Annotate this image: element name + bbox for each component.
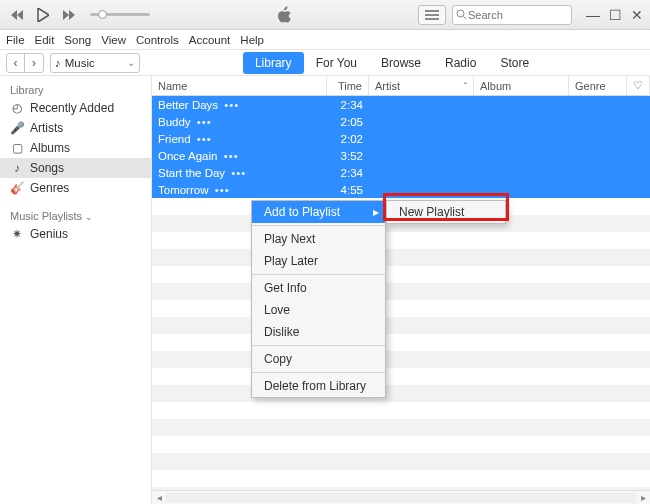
titlebar: — ☐ ✕ xyxy=(0,0,650,30)
table-row[interactable]: Buddy •••2:05 xyxy=(152,113,650,130)
song-time: 2:02 xyxy=(327,133,369,145)
sidebar-item-albums[interactable]: ▢ Albums xyxy=(0,138,151,158)
col-time[interactable]: Time xyxy=(327,76,369,95)
more-icon[interactable]: ••• xyxy=(210,184,229,196)
sidebar-item-label: Genius xyxy=(30,227,68,241)
minimize-button[interactable]: — xyxy=(586,7,600,23)
apple-logo xyxy=(150,6,418,24)
menu-add-to-playlist[interactable]: Add to Playlist▸ xyxy=(252,201,385,223)
menu-delete-from-library[interactable]: Delete from Library xyxy=(252,375,385,397)
source-label: Music xyxy=(65,57,95,69)
submenu-new-playlist[interactable]: New Playlist xyxy=(387,201,505,223)
song-time: 4:55 xyxy=(327,184,369,196)
song-time: 3:52 xyxy=(327,150,369,162)
mic-icon: 🎤 xyxy=(10,121,24,135)
sidebar: Library ◴ Recently Added 🎤 Artists ▢ Alb… xyxy=(0,76,152,504)
menu-play-next[interactable]: Play Next xyxy=(252,228,385,250)
menu-controls[interactable]: Controls xyxy=(136,34,179,46)
volume-slider[interactable] xyxy=(90,13,150,16)
nav-back-button[interactable]: ‹ xyxy=(7,54,25,72)
maximize-button[interactable]: ☐ xyxy=(608,7,622,23)
sidebar-item-songs[interactable]: ♪ Songs xyxy=(0,158,151,178)
song-name: Start the Day xyxy=(158,167,225,179)
song-rows: Better Days •••2:34Buddy •••2:05Friend •… xyxy=(152,96,650,490)
chevron-right-icon: ▸ xyxy=(373,205,379,219)
sort-asc-icon: ˆ xyxy=(464,81,467,91)
col-loved[interactable]: ♡ xyxy=(627,76,650,95)
sidebar-item-label: Albums xyxy=(30,141,70,155)
song-time: 2:34 xyxy=(327,167,369,179)
scroll-left-icon[interactable]: ◂ xyxy=(152,492,166,503)
menu-account[interactable]: Account xyxy=(189,34,231,46)
col-artist[interactable]: Artistˆ xyxy=(369,76,474,95)
menu-file[interactable]: File xyxy=(6,34,25,46)
next-button[interactable] xyxy=(58,6,80,24)
tab-store[interactable]: Store xyxy=(488,52,541,74)
note-icon: ♪ xyxy=(10,161,24,175)
song-list: Name Time Artistˆ Album Genre ♡ Better D… xyxy=(152,76,650,504)
sidebar-item-artists[interactable]: 🎤 Artists xyxy=(0,118,151,138)
tab-for-you[interactable]: For You xyxy=(304,52,369,74)
menubar: File Edit Song View Controls Account Hel… xyxy=(0,30,650,50)
genius-icon: ✷ xyxy=(10,227,24,241)
context-menu: Add to Playlist▸ Play Next Play Later Ge… xyxy=(251,200,386,398)
clock-icon: ◴ xyxy=(10,101,24,115)
more-icon[interactable]: ••• xyxy=(193,116,212,128)
sidebar-item-genius[interactable]: ✷ Genius xyxy=(0,224,151,244)
table-row[interactable]: Friend •••2:02 xyxy=(152,130,650,147)
heart-icon: ♡ xyxy=(633,79,643,92)
song-name: Friend xyxy=(158,133,191,145)
col-name[interactable]: Name xyxy=(152,76,327,95)
sidebar-item-genres[interactable]: 🎸 Genres xyxy=(0,178,151,198)
table-row[interactable]: Better Days •••2:34 xyxy=(152,96,650,113)
sidebar-playlists-header[interactable]: Music Playlists ⌄ xyxy=(0,206,151,224)
chevron-down-icon: ⌄ xyxy=(85,212,93,222)
menu-view[interactable]: View xyxy=(101,34,126,46)
menu-dislike[interactable]: Dislike xyxy=(252,321,385,343)
menu-play-later[interactable]: Play Later xyxy=(252,250,385,272)
menu-separator xyxy=(252,225,385,226)
menu-love[interactable]: Love xyxy=(252,299,385,321)
table-row[interactable]: Tomorrow •••4:55 xyxy=(152,181,650,198)
list-view-button[interactable] xyxy=(418,5,446,25)
tab-radio[interactable]: Radio xyxy=(433,52,488,74)
menu-help[interactable]: Help xyxy=(240,34,264,46)
more-icon[interactable]: ••• xyxy=(193,133,212,145)
menu-separator xyxy=(252,345,385,346)
sidebar-item-recently-added[interactable]: ◴ Recently Added xyxy=(0,98,151,118)
search-box[interactable] xyxy=(452,5,572,25)
tab-library[interactable]: Library xyxy=(243,52,304,74)
song-name: Once Again xyxy=(158,150,217,162)
search-input[interactable] xyxy=(466,8,568,22)
prev-button[interactable] xyxy=(6,6,28,24)
chevron-updown-icon: ⌄ xyxy=(127,57,135,68)
more-icon[interactable]: ••• xyxy=(219,150,238,162)
nav-tabs: Library For You Browse Radio Store xyxy=(140,52,644,74)
more-icon[interactable]: ••• xyxy=(227,167,246,179)
menu-separator xyxy=(252,372,385,373)
scroll-right-icon[interactable]: ▸ xyxy=(636,492,650,503)
song-time: 2:34 xyxy=(327,99,369,111)
song-name: Buddy xyxy=(158,116,191,128)
menu-song[interactable]: Song xyxy=(64,34,91,46)
table-row[interactable]: Start the Day •••2:34 xyxy=(152,164,650,181)
horizontal-scrollbar[interactable]: ◂ ▸ xyxy=(152,490,650,504)
close-button[interactable]: ✕ xyxy=(630,7,644,23)
col-genre[interactable]: Genre xyxy=(569,76,627,95)
sidebar-item-label: Artists xyxy=(30,121,63,135)
genre-icon: 🎸 xyxy=(10,181,24,195)
more-icon[interactable]: ••• xyxy=(220,99,239,111)
table-row[interactable]: Once Again •••3:52 xyxy=(152,147,650,164)
sidebar-library-header: Library xyxy=(0,80,151,98)
search-icon xyxy=(456,9,466,20)
song-name: Better Days xyxy=(158,99,218,111)
menu-get-info[interactable]: Get Info xyxy=(252,277,385,299)
nav-forward-button[interactable]: › xyxy=(25,54,43,72)
sidebar-item-label: Genres xyxy=(30,181,69,195)
source-selector[interactable]: ♪ Music ⌄ xyxy=(50,53,140,73)
menu-copy[interactable]: Copy xyxy=(252,348,385,370)
menu-edit[interactable]: Edit xyxy=(35,34,55,46)
col-album[interactable]: Album xyxy=(474,76,569,95)
play-button[interactable] xyxy=(32,6,54,24)
tab-browse[interactable]: Browse xyxy=(369,52,433,74)
